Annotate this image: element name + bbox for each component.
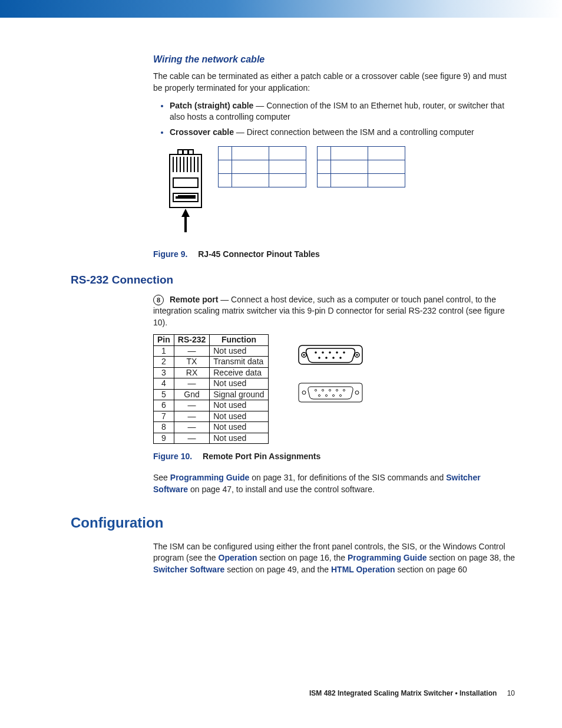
svg-point-30 [332,357,335,360]
svg-point-28 [318,357,320,360]
svg-point-22 [356,354,358,356]
bullet-crossover: Crossover cable — Direct connection betw… [170,127,515,139]
rj45-connector-icon [165,146,206,235]
table-row: 6—Not used [154,400,269,411]
step-number-badge: 8 [153,295,164,305]
svg-point-31 [339,357,342,360]
figure10-caption: Figure 10. Remote Port Pin Assignments [153,451,515,463]
th-function: Function [210,335,268,346]
svg-rect-12 [173,178,198,187]
page-footer: ISM 482 Integrated Scaling Matrix Switch… [309,689,515,699]
table-row: 3RXReceive data [154,367,269,378]
svg-point-26 [336,352,338,354]
link-operation[interactable]: Operation [219,553,257,562]
link-html-operation[interactable]: HTML Operation [331,565,395,574]
wiring-intro: The cable can be terminated as either a … [153,71,515,94]
rs232-figure-row: Pin RS-232 Function 1—Not used2TXTransmi… [153,334,515,444]
svg-rect-1 [178,150,183,154]
page-header-bar [0,0,562,18]
rs232-step: 8 Remote port — Connect a host device, s… [153,294,515,329]
svg-point-27 [343,352,345,354]
pinout-table-right [317,146,405,187]
wiring-bullets: Patch (straight) cable — Connection of t… [159,100,515,139]
table-row: 5GndSignal ground [154,389,269,400]
table-row: 8—Not used [154,422,269,433]
link-programming-guide[interactable]: Programming Guide [170,473,250,482]
svg-point-29 [325,357,328,360]
bullet-patch: Patch (straight) cable — Connection of t… [170,100,515,123]
db9-male-icon [298,383,363,403]
svg-rect-2 [183,150,188,154]
link-switcher-software-2[interactable]: Switcher Software [153,565,224,574]
svg-point-24 [322,352,324,354]
see-paragraph: See Programming Guide on page 31, for de… [153,472,515,495]
db9-diagrams [298,345,363,403]
table-row: 9—Not used [154,433,269,444]
db9-female-icon [298,345,363,365]
figure9-block [165,146,515,235]
table-row: 4—Not used [154,378,269,390]
svg-point-21 [303,354,305,356]
svg-marker-17 [181,209,190,217]
rs232-pin-table: Pin RS-232 Function 1—Not used2TXTransmi… [153,334,269,444]
page-number: 10 [507,689,515,697]
link-programming-guide-2[interactable]: Programming Guide [348,553,427,562]
th-rs232: RS-232 [174,335,209,346]
table-row: 1—Not used [154,345,269,357]
svg-rect-14 [176,195,196,199]
figure9-caption: Figure 9. RJ-45 Connector Pinout Tables [153,249,515,261]
rs232-heading: RS-232 Connection [71,272,515,288]
table-row: 2TXTransmit data [154,357,269,368]
svg-rect-3 [189,150,193,154]
configuration-heading: Configuration [71,513,515,533]
svg-point-23 [315,352,317,354]
svg-point-34 [355,391,359,394]
th-pin: Pin [154,335,174,346]
pinout-tables [218,146,405,187]
svg-point-25 [329,352,331,354]
svg-point-33 [302,391,306,394]
footer-text: ISM 482 Integrated Scaling Matrix Switch… [309,689,497,697]
svg-rect-15 [174,195,178,196]
pinout-table-left [218,146,306,187]
wiring-heading: Wiring the network cable [153,53,515,66]
configuration-paragraph: The ISM can be configured using either t… [153,541,515,576]
table-row: 7—Not used [154,411,269,422]
